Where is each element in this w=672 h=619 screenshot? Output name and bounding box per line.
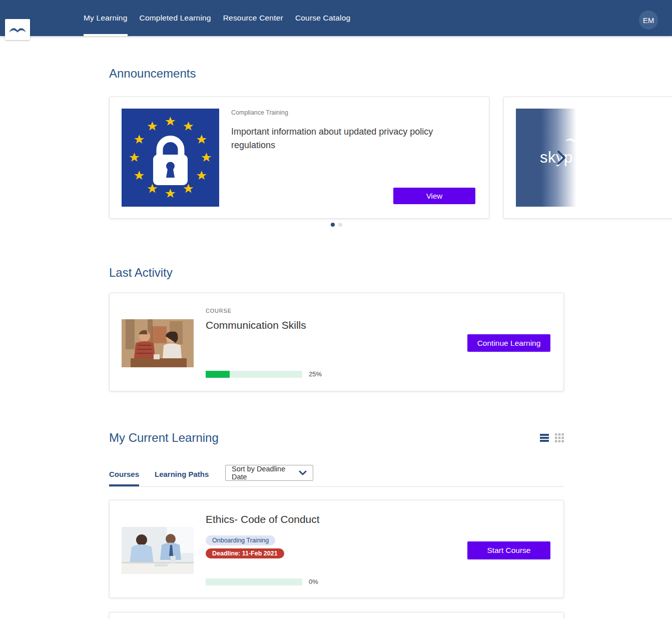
announcements-carousel: Compliance Training Important informatio… xyxy=(109,97,564,219)
tab-courses[interactable]: Courses xyxy=(109,470,139,478)
announcement-card-skypath: skyp xyxy=(503,97,672,219)
my-current-learning-heading: My Current Learning xyxy=(109,431,219,445)
progress-percent-label: 25% xyxy=(309,370,322,378)
announcement-view-button[interactable]: View xyxy=(393,188,475,204)
list-view-icon[interactable] xyxy=(540,433,549,442)
nav-tab-my-learning[interactable]: My Learning xyxy=(84,0,128,36)
progress-track xyxy=(206,578,302,585)
sort-dropdown[interactable]: Sort by Deadline Date xyxy=(225,465,313,481)
nav-tab-course-catalog[interactable]: Course Catalog xyxy=(295,0,351,36)
start-course-button[interactable]: Start Course xyxy=(467,541,550,559)
last-activity-heading: Last Activity xyxy=(109,266,564,280)
carousel-next-arrow[interactable] xyxy=(556,149,568,167)
grid-view-icon[interactable] xyxy=(555,433,564,442)
progress-fill xyxy=(206,371,230,378)
course-card-communication-skills: Communication Skills xyxy=(109,612,564,619)
carousel-dot-1[interactable] xyxy=(331,223,335,227)
view-toggle xyxy=(540,433,564,442)
training-badge: Onboarding Training xyxy=(206,535,275,545)
last-activity-card: COURSE Communication Skills 25% Continue… xyxy=(109,293,564,391)
progress-track xyxy=(206,371,302,378)
chevron-right-icon xyxy=(556,150,566,165)
progress-bar-row: 25% xyxy=(206,370,322,378)
communication-skills-image xyxy=(122,319,194,367)
ethics-course-image xyxy=(122,527,194,574)
nav-tab-resource-center[interactable]: Resource Center xyxy=(223,0,283,36)
continue-learning-button[interactable]: Continue Learning xyxy=(467,334,550,352)
bird-logo-icon xyxy=(8,23,28,36)
course-card-ethics: Ethics- Code of Conduct Onboarding Train… xyxy=(109,500,564,598)
user-avatar[interactable]: EM xyxy=(639,11,658,30)
chevron-down-icon xyxy=(299,470,307,475)
last-activity-course-title: Communication Skills xyxy=(206,319,306,331)
carousel-dot-2[interactable] xyxy=(338,223,342,227)
announcement-title: Important information about updated priv… xyxy=(231,125,451,152)
main-navigation: My Learning Completed Learning Resource … xyxy=(84,0,350,36)
carousel-dots xyxy=(109,223,564,227)
progress-percent-label: 0% xyxy=(309,578,318,585)
nav-tab-completed-learning[interactable]: Completed Learning xyxy=(140,0,211,36)
top-navbar: My Learning Completed Learning Resource … xyxy=(0,0,672,36)
deadline-badge: Deadline: 11-Feb 2021 xyxy=(206,548,284,558)
course-title: Ethics- Code of Conduct xyxy=(206,513,320,525)
eu-privacy-lock-image xyxy=(122,109,219,207)
progress-bar-row: 0% xyxy=(206,578,318,585)
tab-learning-paths[interactable]: Learning Paths xyxy=(155,470,209,478)
app-logo[interactable] xyxy=(5,19,30,40)
announcements-heading: Announcements xyxy=(109,67,564,81)
announcement-card-privacy: Compliance Training Important informatio… xyxy=(109,97,489,219)
course-type-label: COURSE xyxy=(206,308,232,314)
sort-dropdown-value: Sort by Deadline Date xyxy=(232,465,294,481)
learning-tabs: Courses Learning Paths Sort by Deadline … xyxy=(109,465,564,487)
announcement-category: Compliance Training xyxy=(231,109,471,116)
